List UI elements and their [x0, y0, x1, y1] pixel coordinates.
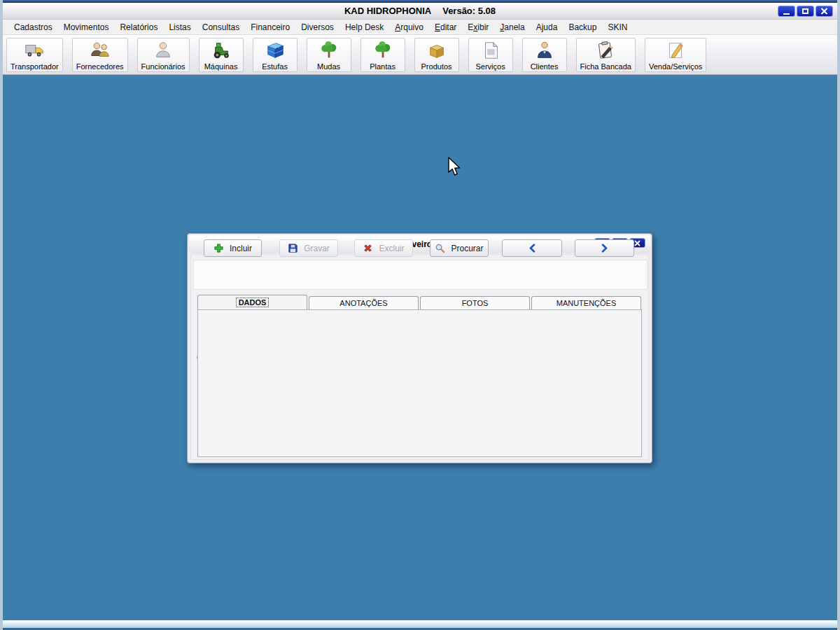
window-controls: [778, 6, 833, 17]
toolbar-button-transportador[interactable]: Transportador: [6, 38, 63, 72]
button-label: Procurar: [451, 244, 483, 253]
tab-anotacoes[interactable]: ANOTAÇÕES: [309, 296, 419, 309]
document-icon: [480, 40, 501, 61]
floppy-icon: [288, 243, 298, 253]
window-bottom-strip: [3, 620, 837, 628]
menu-item-exibir[interactable]: Exibir: [462, 21, 494, 34]
cube-icon: [265, 40, 286, 61]
tab-label: ANOTAÇÕES: [340, 299, 387, 307]
minimize-button[interactable]: [778, 6, 795, 17]
excluir-button[interactable]: Excluir: [354, 239, 413, 257]
toolbar-button-produtos[interactable]: Produtos: [414, 38, 459, 72]
close-icon: [634, 240, 640, 246]
maximize-icon: [802, 8, 808, 14]
menu-item-consultas[interactable]: Consultas: [197, 21, 245, 34]
previous-record-button[interactable]: [502, 239, 562, 257]
toolbar-label: Transportador: [10, 62, 59, 71]
application-window: KAD HIDROPHONIA Versão: 5.08 Cadastros M…: [0, 0, 840, 630]
incluir-button[interactable]: Incluir: [204, 239, 262, 257]
tab-label: FOTOS: [462, 299, 489, 307]
clipboard-pen-icon: [595, 40, 616, 61]
toolbar-label: Estufas: [262, 62, 288, 71]
toolbar-label: Fornecedores: [76, 62, 124, 71]
button-label: Incluir: [230, 244, 252, 253]
tab-fotos[interactable]: FOTOS: [420, 296, 530, 309]
menu-item-arquivo[interactable]: Arquivo: [389, 21, 429, 34]
toolbar-label: Produtos: [421, 62, 452, 71]
menu-item-ajuda[interactable]: Ajuda: [531, 21, 564, 34]
maximize-button[interactable]: [797, 6, 814, 17]
toolbar-label: Ficha Bancada: [580, 62, 631, 71]
toolbar-button-maquinas[interactable]: Máquinas: [199, 38, 244, 72]
menu-item-cadastros[interactable]: Cadastros: [8, 21, 58, 34]
app-version: Versão: 5.08: [442, 6, 496, 16]
toolbar-label: Mudas: [317, 62, 340, 71]
people-icon: [90, 40, 111, 61]
menu-item-janela[interactable]: Janela: [494, 21, 530, 34]
menu-item-editar[interactable]: Editar: [429, 21, 462, 34]
menu-bar: Cadastros Movimentos Relatórios Listas C…: [3, 20, 837, 35]
toolbar-button-fornecedores[interactable]: Fornecedores: [72, 38, 128, 72]
procurar-button[interactable]: Procurar: [430, 239, 489, 257]
toolbar-button-clientes[interactable]: Clientes: [522, 38, 567, 72]
box-icon: [426, 40, 447, 61]
toolbar-button-funcionarios[interactable]: Funcionários: [137, 38, 190, 72]
dialog-action-bar: [193, 260, 648, 290]
toolbar-label: Venda/Serviços: [649, 62, 702, 71]
toolbar-button-venda-servicos[interactable]: Venda/Serviços: [645, 38, 706, 72]
tree-icon: [372, 40, 393, 61]
main-titlebar: KAD HIDROPHONIA Versão: 5.08: [3, 3, 837, 20]
minimize-icon: [783, 13, 790, 15]
toolbar-label: Serviços: [475, 62, 505, 71]
magnifier-icon: [435, 243, 445, 253]
mdi-workspace: Cadastro viveiros / estufas Incluir Grav…: [3, 75, 837, 620]
gravar-button[interactable]: Gravar: [279, 239, 338, 257]
menu-item-skin[interactable]: SKIN: [602, 21, 633, 34]
app-title: KAD HIDROPHONIA: [344, 6, 431, 16]
mouse-cursor: [447, 157, 462, 178]
main-toolbar: Transportador Fornecedores Funcionários …: [3, 35, 837, 75]
chevron-right-icon: [600, 244, 609, 253]
person-icon: [153, 40, 174, 61]
tab-content-panel: [197, 309, 642, 457]
chevron-left-icon: [528, 244, 537, 253]
button-label: Excluir: [379, 244, 404, 253]
toolbar-label: Máquinas: [204, 62, 238, 71]
toolbar-button-mudas[interactable]: Mudas: [307, 38, 351, 72]
tree-icon: [318, 40, 340, 61]
menu-item-listas[interactable]: Listas: [163, 21, 196, 34]
toolbar-label: Clientes: [531, 62, 559, 71]
tab-label: MANUTENÇÕES: [556, 299, 617, 307]
close-icon: [820, 8, 828, 15]
dialog-cadastro-viveiros: Cadastro viveiros / estufas Incluir Grav…: [187, 233, 652, 463]
menu-item-helpdesk[interactable]: Help Desk: [340, 21, 389, 34]
tab-dados[interactable]: DADOS: [197, 295, 307, 309]
toolbar-button-plantas[interactable]: Plantas: [360, 38, 405, 72]
toolbar-button-ficha-bancada[interactable]: Ficha Bancada: [576, 38, 636, 72]
toolbar-label: Funcionários: [141, 62, 186, 71]
next-record-button[interactable]: [575, 239, 634, 257]
plus-icon: [214, 243, 224, 253]
red-x-icon: [363, 243, 373, 253]
client-icon: [534, 40, 555, 61]
toolbar-button-estufas[interactable]: Estufas: [253, 38, 298, 72]
tab-manutencoes[interactable]: MANUTENÇÕES: [531, 296, 641, 309]
menu-item-backup[interactable]: Backup: [563, 21, 602, 34]
tab-label: DADOS: [237, 298, 269, 307]
pencil-icon: [665, 40, 686, 61]
menu-item-movimentos[interactable]: Movimentos: [58, 21, 115, 34]
toolbar-label: Plantas: [370, 62, 396, 71]
toolbar-button-servicos[interactable]: Serviços: [468, 38, 513, 72]
button-label: Gravar: [304, 244, 330, 253]
menu-item-relatorios[interactable]: Relatórios: [114, 21, 163, 34]
truck-icon: [24, 40, 45, 61]
tractor-icon: [211, 40, 232, 61]
close-button[interactable]: [816, 6, 833, 17]
menu-item-financeiro[interactable]: Financeiro: [245, 21, 295, 34]
menu-item-diversos[interactable]: Diversos: [295, 21, 340, 34]
